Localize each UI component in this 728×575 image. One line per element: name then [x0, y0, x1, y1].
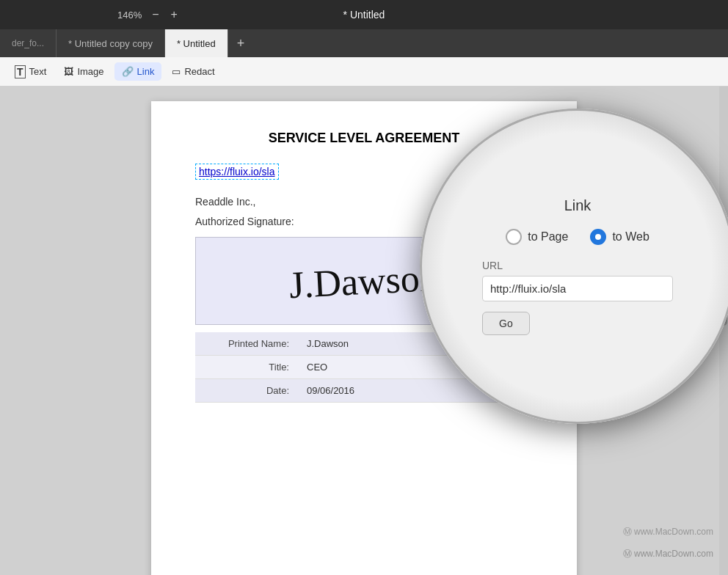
to-page-radio[interactable] — [506, 229, 522, 245]
tab-first[interactable]: der_fo... — [0, 29, 57, 57]
to-web-option[interactable]: to Web — [590, 229, 649, 245]
redact-tool-button[interactable]: ▭ Redact — [164, 62, 222, 81]
link-tool-button[interactable]: 🔗 Link — [114, 62, 162, 81]
link-popup-title: Link — [564, 197, 592, 214]
content-area: SERVICE LEVEL AGREEMENT https://fluix.io… — [0, 87, 728, 575]
go-button[interactable]: Go — [482, 312, 530, 335]
watermark-bottom: Ⓜ www.MacDown.com — [623, 548, 713, 560]
title-bar-controls: 146% − + — [117, 8, 179, 21]
to-page-option[interactable]: to Page — [506, 229, 568, 245]
zoom-label: 146% — [117, 10, 142, 21]
link-icon: 🔗 — [122, 66, 134, 77]
to-web-label: to Web — [612, 230, 649, 243]
watermark-icon2: Ⓜ — [623, 549, 632, 559]
toolbar: T Text 🖼 Image 🔗 Link ▭ Redact — [0, 57, 728, 87]
redact-icon: ▭ — [172, 66, 181, 77]
tab-bar: der_fo... * Untitled copy copy * Untitle… — [0, 29, 728, 57]
watermark-icon: Ⓜ — [623, 527, 632, 537]
window-title: * Untitled — [343, 9, 385, 21]
to-page-label: to Page — [528, 230, 568, 243]
title-bar: 146% − + * Untitled — [0, 0, 728, 29]
to-web-radio[interactable] — [590, 229, 606, 245]
image-icon: 🖼 — [64, 66, 73, 77]
text-tool-button[interactable]: T Text — [7, 62, 54, 82]
date-label: Date: — [195, 379, 298, 403]
tab-copy[interactable]: * Untitled copy copy — [57, 29, 165, 57]
document-link[interactable]: https://fluix.io/sla — [195, 164, 279, 180]
signature: J.Dawson — [288, 255, 440, 307]
text-icon: T — [15, 65, 26, 78]
zoom-out-button[interactable]: − — [150, 8, 160, 21]
url-input[interactable] — [482, 276, 673, 301]
link-popup-overlay: Link to Page to Web URL Go — [420, 109, 728, 424]
new-tab-button[interactable]: + — [228, 29, 254, 57]
watermark-top: Ⓜ www.MacDown.com — [623, 526, 713, 538]
link-popup: Link to Page to Web URL Go — [453, 175, 702, 357]
printed-name-label: Printed Name: — [195, 332, 298, 356]
tab-untitled[interactable]: * Untitled — [165, 29, 228, 57]
title-label: Title: — [195, 356, 298, 379]
image-tool-button[interactable]: 🖼 Image — [57, 62, 111, 81]
zoom-in-button[interactable]: + — [170, 8, 179, 21]
url-label: URL — [482, 260, 503, 271]
link-type-selector: to Page to Web — [506, 229, 649, 245]
